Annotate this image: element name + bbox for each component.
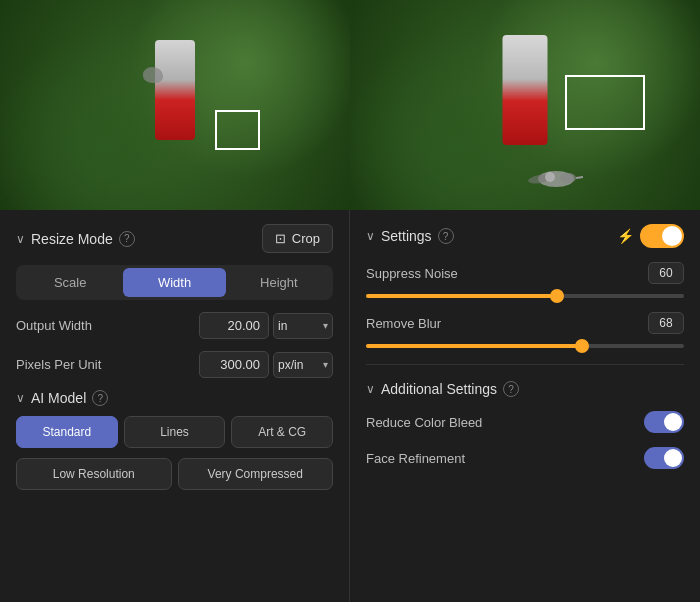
- remove-blur-section: Remove Blur 68: [366, 312, 684, 348]
- right-panel: ∨ Settings ? ⚡ Suppress Noise 60 Remo: [350, 0, 700, 602]
- tab-scale[interactable]: Scale: [19, 268, 121, 297]
- suppress-noise-track[interactable]: [366, 294, 684, 298]
- remove-blur-value: 68: [648, 312, 684, 334]
- resize-mode-label: Resize Mode: [31, 231, 113, 247]
- crop-label: Crop: [292, 231, 320, 246]
- additional-settings-title: Additional Settings: [381, 381, 497, 397]
- suppress-noise-header: Suppress Noise 60: [366, 262, 684, 284]
- model-btn-low-resolution[interactable]: Low Resolution: [16, 458, 172, 490]
- model-btn-lines[interactable]: Lines: [124, 416, 226, 448]
- remove-blur-header: Remove Blur 68: [366, 312, 684, 334]
- remove-blur-track[interactable]: [366, 344, 684, 348]
- suppress-noise-value: 60: [648, 262, 684, 284]
- ai-model-tabs-row2: Low Resolution Very Compressed: [16, 458, 333, 490]
- pixels-per-unit-label: Pixels Per Unit: [16, 357, 101, 372]
- settings-help[interactable]: ?: [438, 228, 454, 244]
- tab-width[interactable]: Width: [123, 268, 225, 297]
- svg-point-1: [560, 173, 576, 183]
- model-btn-artcg[interactable]: Art & CG: [231, 416, 333, 448]
- pixels-per-unit-inputs: px/in px/cm: [199, 351, 333, 378]
- crop-button[interactable]: ⊡ Crop: [262, 224, 333, 253]
- additional-settings-header: ∨ Additional Settings ?: [366, 381, 684, 397]
- remove-blur-thumb[interactable]: [575, 339, 589, 353]
- feeder-body-left: [155, 40, 195, 140]
- suppress-noise-label: Suppress Noise: [366, 266, 458, 281]
- crop-icon: ⊡: [275, 231, 286, 246]
- settings-divider: [366, 364, 684, 365]
- bird-small: [143, 67, 163, 83]
- face-refinement-toggle[interactable]: [644, 447, 684, 469]
- output-width-row: Output Width in cm px: [16, 312, 333, 339]
- settings-toggle[interactable]: [640, 224, 684, 248]
- settings-area: ∨ Settings ? ⚡ Suppress Noise 60 Remo: [350, 210, 700, 602]
- resize-mode-help[interactable]: ?: [119, 231, 135, 247]
- resize-mode-left: ∨ Resize Mode ?: [16, 231, 135, 247]
- model-btn-standard[interactable]: Standard: [16, 416, 118, 448]
- crop-box-right: [565, 75, 645, 130]
- left-panel: ∨ Resize Mode ? ⊡ Crop Scale Width Heigh…: [0, 0, 350, 602]
- svg-point-3: [545, 172, 555, 182]
- pixels-per-unit-row: Pixels Per Unit px/in px/cm: [16, 351, 333, 378]
- ai-model-label: AI Model: [31, 390, 86, 406]
- face-refinement-label: Face Refinement: [366, 451, 465, 466]
- suppress-noise-thumb[interactable]: [550, 289, 564, 303]
- ai-model-tabs-row1: Standard Lines Art & CG: [16, 416, 333, 448]
- ai-model-header: ∨ AI Model ?: [16, 390, 333, 406]
- settings-chevron[interactable]: ∨: [366, 229, 375, 243]
- settings-header: ∨ Settings ? ⚡: [366, 224, 684, 248]
- output-width-input[interactable]: [199, 312, 269, 339]
- output-width-unit[interactable]: in cm px: [273, 313, 333, 339]
- svg-line-4: [576, 177, 583, 178]
- reduce-color-bleed-label: Reduce Color Bleed: [366, 415, 482, 430]
- resize-mode-row: ∨ Resize Mode ? ⊡ Crop: [16, 224, 333, 253]
- pixels-per-unit-unit-wrapper: px/in px/cm: [273, 352, 333, 378]
- output-width-unit-wrapper: in cm px: [273, 313, 333, 339]
- left-image-area: [0, 0, 350, 210]
- ai-model-chevron[interactable]: ∨: [16, 391, 25, 405]
- output-width-label: Output Width: [16, 318, 92, 333]
- suppress-noise-fill: [366, 294, 557, 298]
- additional-settings-help[interactable]: ?: [503, 381, 519, 397]
- right-image-area: [350, 0, 700, 210]
- left-controls: ∨ Resize Mode ? ⊡ Crop Scale Width Heigh…: [0, 210, 349, 602]
- suppress-noise-section: Suppress Noise 60: [366, 262, 684, 298]
- face-refinement-row: Face Refinement: [366, 447, 684, 469]
- tab-height[interactable]: Height: [228, 268, 330, 297]
- feeder-body-right: [503, 35, 548, 145]
- resize-mode-chevron[interactable]: ∨: [16, 232, 25, 246]
- settings-title: Settings: [381, 228, 432, 244]
- remove-blur-fill: [366, 344, 582, 348]
- resize-tab-group: Scale Width Height: [16, 265, 333, 300]
- pixels-per-unit-unit[interactable]: px/in px/cm: [273, 352, 333, 378]
- pixels-per-unit-input[interactable]: [199, 351, 269, 378]
- reduce-color-bleed-row: Reduce Color Bleed: [366, 411, 684, 433]
- crop-box-left: [215, 110, 260, 150]
- bird-svg: [528, 165, 583, 193]
- remove-blur-label: Remove Blur: [366, 316, 441, 331]
- ai-model-help[interactable]: ?: [92, 390, 108, 406]
- additional-settings-chevron[interactable]: ∨: [366, 382, 375, 396]
- ai-model-section: ∨ AI Model ? Standard Lines Art & CG Low…: [16, 390, 333, 490]
- settings-header-left: ∨ Settings ?: [366, 228, 454, 244]
- settings-toggle-container: ⚡: [617, 224, 684, 248]
- model-btn-very-compressed[interactable]: Very Compressed: [178, 458, 334, 490]
- reduce-color-bleed-toggle[interactable]: [644, 411, 684, 433]
- output-width-inputs: in cm px: [199, 312, 333, 339]
- lightning-icon: ⚡: [617, 228, 634, 244]
